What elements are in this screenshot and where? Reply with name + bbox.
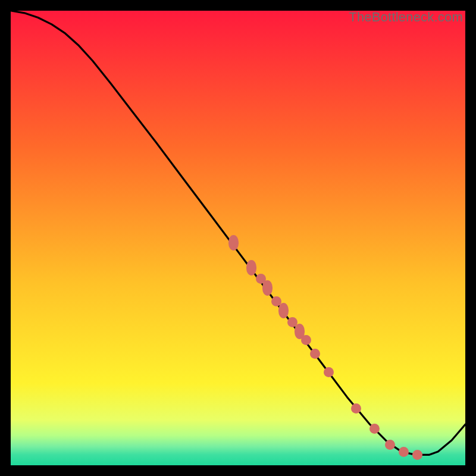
plot-area: [11, 11, 465, 465]
data-point-marker: [369, 424, 380, 434]
bottleneck-curve: [11, 11, 465, 465]
data-point-marker: [228, 235, 239, 250]
data-point-marker: [351, 403, 361, 414]
data-point-marker: [278, 303, 289, 318]
data-point-marker: [262, 280, 273, 296]
data-point-marker: [246, 260, 256, 275]
chart-frame: TheBottleneck.com: [11, 11, 465, 465]
watermark-text: TheBottleneck.com: [349, 10, 463, 25]
data-point-marker: [399, 447, 409, 457]
